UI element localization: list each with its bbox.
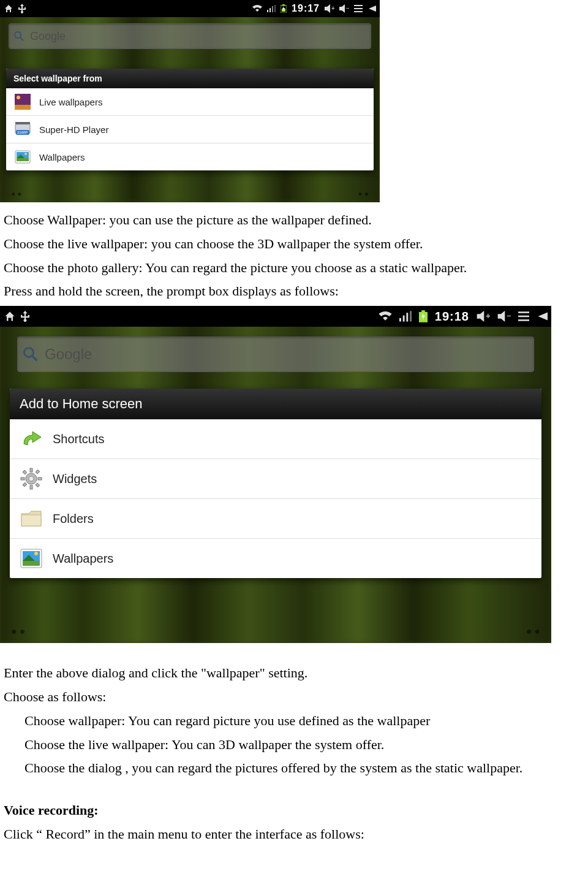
section-heading: Voice recording: [0,799,588,823]
list-item-label: Shortcuts [53,432,104,446]
svg-rect-43 [21,478,24,480]
svg-rect-15 [15,105,31,110]
svg-text:−: − [346,5,349,12]
doc-paragraph: Choose the live wallpaper: you can choos… [0,232,588,256]
svg-rect-48 [23,483,26,487]
screenshot-add-to-home: 19:18 + − Google Add to Home screen [0,306,551,643]
list-item-shortcuts[interactable]: Shortcuts [10,419,541,459]
list-item-label: Live wallpapers [39,97,102,107]
status-time: 19:18 [435,310,469,324]
widgets-icon [17,465,45,493]
svg-point-24 [24,153,27,155]
home-icon[interactable] [4,4,13,13]
list-item-folders[interactable]: Folders [10,499,541,539]
volume-up-icon[interactable]: + [477,311,490,322]
dialog-title: Add to Home screen [10,389,541,419]
select-wallpaper-dialog: Select wallpaper from Live wallpapers 21… [6,69,374,170]
wallpapers-icon [13,148,32,166]
list-item-label: Wallpapers [39,152,85,162]
volume-up-icon[interactable]: + [325,4,334,13]
svg-rect-47 [36,470,39,474]
superhd-player-icon: 2160P [13,120,32,139]
svg-rect-26 [399,318,401,322]
svg-point-16 [17,96,20,99]
page-indicator-right[interactable]: ● ● [358,189,369,199]
back-icon[interactable] [537,311,548,322]
volume-down-icon[interactable]: − [497,311,511,322]
usb-icon [21,310,29,322]
list-item-superhd-player[interactable]: 2160P Super-HD Player [6,116,374,143]
wallpapers-icon [17,544,45,573]
list-item-widgets[interactable]: Widgets [10,459,541,499]
svg-text:−: − [507,311,511,321]
svg-rect-27 [403,316,405,322]
volume-down-icon[interactable]: − [339,4,349,13]
doc-paragraph: Choose Wallpaper: you can use the pictur… [0,208,588,232]
doc-paragraph: Choose the dialog , you can regard the p… [0,756,588,780]
list-item-label: Folders [53,512,94,526]
svg-text:+: + [331,5,334,12]
list-item-live-wallpapers[interactable]: Live wallpapers [6,88,374,116]
live-wallpapers-icon [13,93,32,111]
doc-paragraph: Click “ Record” in the main menu to ente… [0,823,588,847]
svg-rect-45 [23,470,26,474]
status-bar: 19:18 + − [0,306,551,327]
usb-icon [18,4,26,13]
svg-rect-34 [518,311,529,313]
svg-rect-30 [421,310,425,312]
svg-rect-3 [274,5,276,12]
svg-rect-25 [17,158,29,161]
doc-paragraph: Press and hold the screen, the prompt bo… [0,280,588,303]
folders-icon [17,504,45,533]
svg-rect-18 [15,122,30,124]
svg-rect-10 [354,8,363,9]
battery-icon [281,4,287,13]
list-item-label: Wallpapers [53,552,113,566]
doc-paragraph: Choose the photo gallery: You can regard… [0,256,588,280]
svg-rect-35 [518,316,529,318]
menu-icon[interactable] [354,5,363,12]
svg-rect-36 [518,319,529,321]
svg-point-40 [29,476,34,481]
back-icon[interactable] [368,4,376,13]
menu-icon[interactable] [518,311,529,321]
svg-rect-53 [23,561,40,566]
doc-paragraph: Choose wallpaper: You can regard picture… [0,709,588,733]
list-item-wallpapers[interactable]: Wallpapers [6,143,374,170]
wifi-icon [252,5,262,12]
screenshot-select-wallpaper: 19:17 + − Google Select wallpaper f [0,0,380,202]
svg-rect-2 [272,6,273,12]
svg-rect-0 [267,10,268,12]
svg-rect-11 [354,11,363,12]
page-indicator-left[interactable]: ● ● [11,626,25,637]
doc-paragraph: Choose as follows: [0,685,588,709]
svg-rect-28 [406,313,408,321]
svg-rect-46 [36,483,39,487]
home-icon[interactable] [4,310,16,322]
signal-icon [267,5,276,12]
doc-paragraph: Choose the live wallpaper: You can 3D wa… [0,733,588,757]
list-item-wallpapers[interactable]: Wallpapers [10,539,541,578]
status-bar: 19:17 + − [0,0,380,17]
battery-icon [419,310,428,322]
wifi-icon [379,311,392,321]
svg-rect-29 [410,311,412,322]
page-indicator-left[interactable]: ● ● [11,189,22,199]
add-to-home-dialog: Add to Home screen Shortcuts [10,389,541,578]
svg-rect-1 [270,8,271,12]
shortcuts-icon [17,425,45,453]
svg-rect-42 [30,485,32,489]
svg-rect-44 [38,478,42,480]
svg-rect-41 [30,468,32,472]
signal-icon [399,311,412,322]
list-item-label: Super-HD Player [39,124,108,135]
doc-paragraph: Enter the above dialog and click the "wa… [0,661,588,685]
svg-point-52 [34,552,38,555]
page-indicator-right[interactable]: ● ● [526,626,540,637]
svg-text:2160P: 2160P [17,131,28,134]
list-item-label: Widgets [53,472,97,486]
status-time: 19:17 [292,3,320,14]
svg-rect-9 [354,5,363,6]
svg-text:+: + [486,311,490,321]
dialog-title: Select wallpaper from [6,69,374,88]
